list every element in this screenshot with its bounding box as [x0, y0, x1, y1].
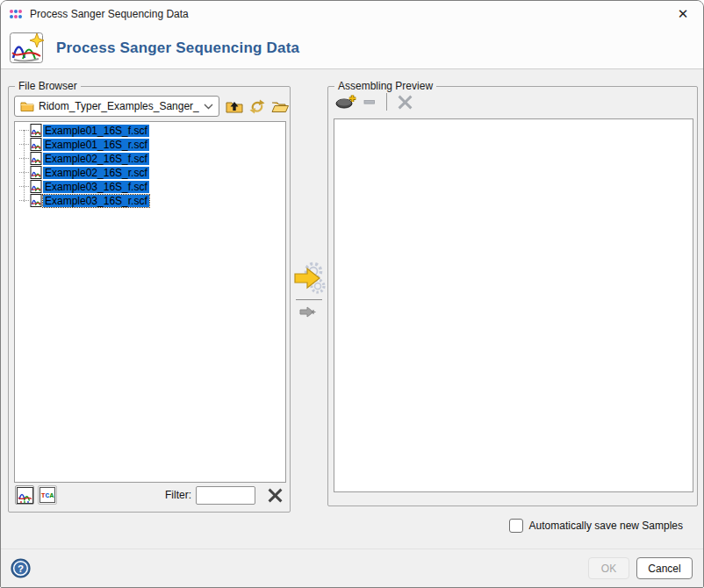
- assembling-preview-group: Assembling Preview: [327, 86, 698, 506]
- chromatogram-filter-icon: [17, 487, 33, 504]
- tree-guide-line: [24, 130, 25, 202]
- autosave-label[interactable]: Automatically save new Samples: [529, 520, 683, 532]
- filter-input[interactable]: [196, 486, 255, 505]
- cancel-button[interactable]: Cancel: [636, 557, 693, 579]
- clear-filter-button[interactable]: [264, 485, 285, 505]
- chromatogram-file-icon: [30, 194, 42, 207]
- toolbar-separator: [386, 93, 387, 111]
- app-logo-icon: [9, 8, 23, 20]
- directory-path: Ridom_Typer_Examples_Sanger_16S/: [39, 100, 199, 112]
- close-icon: ✕: [678, 6, 689, 22]
- window-title: Process Sanger Sequencing Data: [30, 8, 189, 20]
- file-browser-group: File Browser Ridom_Typer_Examples_Sanger…: [8, 86, 291, 513]
- chevron-down-icon: [204, 104, 213, 110]
- file-name: Example01_16S_r.scf: [43, 139, 149, 151]
- mid-separator: [296, 299, 322, 300]
- assembly-preview-list[interactable]: [334, 118, 693, 492]
- file-name: Example03_16S_f.scf: [43, 181, 149, 193]
- file-name: Example02_16S_r.scf: [43, 167, 149, 179]
- file-list-item[interactable]: Example01_16S_r.scf: [15, 138, 285, 151]
- file-list-item[interactable]: Example03_16S_r.scf: [15, 194, 285, 207]
- file-name: Example03_16S_r.scf: [43, 195, 149, 207]
- chromatogram-file-icon: [30, 180, 42, 193]
- folder-open-icon: [271, 100, 289, 113]
- process-files-button[interactable]: [291, 259, 328, 298]
- help-button[interactable]: ?: [11, 558, 31, 578]
- folder-icon: [20, 101, 34, 111]
- add-to-preview-button[interactable]: [293, 303, 321, 320]
- file-list-item[interactable]: Example02_16S_f.scf: [15, 152, 285, 165]
- help-icon: ?: [11, 558, 31, 578]
- close-button[interactable]: ✕: [663, 1, 703, 27]
- process-gears-arrow-icon: [292, 260, 327, 297]
- gray-arrow-icon: [298, 305, 317, 319]
- dialog-header: Process Sanger Sequencing Data: [1, 27, 703, 69]
- svg-text:?: ?: [18, 563, 24, 574]
- file-name: Example02_16S_f.scf: [43, 153, 149, 165]
- directory-combobox[interactable]: Ridom_Typer_Examples_Sanger_16S/: [14, 96, 219, 117]
- chromatogram-file-icon: [30, 166, 42, 179]
- delete-all-button[interactable]: [393, 92, 416, 111]
- file-browser-legend: File Browser: [15, 80, 81, 93]
- process-sanger-dialog: Process Sanger Sequencing Data ✕ Process…: [0, 0, 704, 588]
- chromatogram-file-icon: [30, 152, 42, 165]
- file-list-item[interactable]: Example01_16S_f.scf: [15, 124, 285, 137]
- preview-toolbar: [328, 90, 697, 113]
- remove-sample-button[interactable]: [358, 92, 381, 111]
- titlebar: Process Sanger Sequencing Data ✕: [1, 1, 703, 27]
- filter-label: Filter:: [112, 489, 191, 501]
- add-sample-button[interactable]: [335, 92, 358, 111]
- show-chromatogram-files-toggle[interactable]: [15, 485, 34, 505]
- delete-icon: [398, 95, 413, 110]
- ok-button[interactable]: OK: [588, 557, 629, 579]
- add-assembly-icon: [335, 94, 358, 110]
- tca-sequence-icon: TCA: [40, 487, 55, 503]
- page-title: Process Sanger Sequencing Data: [56, 39, 299, 57]
- refresh-button[interactable]: [247, 97, 268, 116]
- folder-up-icon: [226, 99, 243, 113]
- footer: ? OK Cancel: [1, 549, 703, 587]
- file-list[interactable]: Example01_16S_f.scf Example01_16S_r.scf …: [14, 121, 286, 483]
- chromatogram-file-icon: [30, 124, 42, 137]
- autosave-option: Automatically save new Samples: [509, 518, 683, 534]
- parent-directory-button[interactable]: [224, 97, 245, 116]
- refresh-icon: [249, 99, 265, 114]
- remove-icon: [363, 96, 376, 108]
- chromatogram-star-icon: [10, 32, 45, 64]
- autosave-checkbox[interactable]: [509, 519, 523, 533]
- file-list-item[interactable]: Example02_16S_r.scf: [15, 166, 285, 179]
- chromatogram-file-icon: [30, 138, 42, 151]
- show-text-files-toggle[interactable]: TCA: [38, 485, 57, 505]
- clear-filter-icon: [268, 488, 283, 503]
- file-list-item[interactable]: Example03_16S_f.scf: [15, 180, 285, 193]
- file-name: Example01_16S_f.scf: [43, 125, 149, 137]
- open-folder-button[interactable]: [269, 97, 291, 116]
